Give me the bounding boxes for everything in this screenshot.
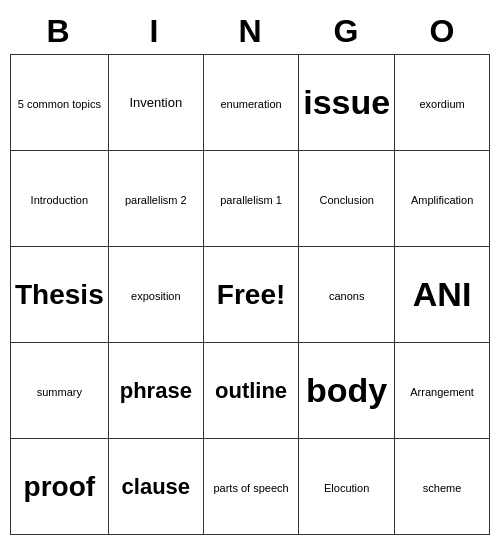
cell-content: issue: [303, 83, 390, 121]
cell-1-2: parallelism 1: [203, 151, 298, 247]
cell-content: parallelism 1: [220, 194, 282, 206]
cell-content: Invention: [129, 95, 182, 110]
cell-content: proof: [24, 471, 96, 502]
bingo-card-container: B I N G O 5 common topicsInventionenumer…: [10, 9, 490, 535]
cell-0-0: 5 common topics: [11, 55, 109, 151]
cell-content: ANI: [413, 275, 472, 313]
cell-2-1: exposition: [108, 247, 203, 343]
cell-content: Amplification: [411, 194, 473, 206]
cell-0-4: exordium: [395, 55, 490, 151]
table-row: Introductionparallelism 2parallelism 1Co…: [11, 151, 490, 247]
cell-content: Free!: [217, 279, 285, 310]
header-i: I: [106, 9, 202, 54]
cell-content: exordium: [419, 98, 464, 110]
header-o: O: [394, 9, 490, 54]
cell-3-1: phrase: [108, 343, 203, 439]
cell-4-3: Elocution: [299, 439, 395, 535]
cell-4-2: parts of speech: [203, 439, 298, 535]
cell-3-3: body: [299, 343, 395, 439]
table-row: ThesisexpositionFree!canonsANI: [11, 247, 490, 343]
cell-content: Thesis: [15, 279, 104, 310]
cell-content: scheme: [423, 482, 462, 494]
cell-3-4: Arrangement: [395, 343, 490, 439]
cell-content: 5 common topics: [18, 98, 101, 110]
cell-content: Introduction: [31, 194, 88, 206]
cell-content: outline: [215, 378, 287, 403]
cell-content: Conclusion: [319, 194, 373, 206]
cell-4-0: proof: [11, 439, 109, 535]
header-n: N: [202, 9, 298, 54]
cell-2-3: canons: [299, 247, 395, 343]
table-row: proofclauseparts of speechElocutionschem…: [11, 439, 490, 535]
cell-content: body: [306, 371, 387, 409]
table-row: summaryphraseoutlinebodyArrangement: [11, 343, 490, 439]
cell-0-2: enumeration: [203, 55, 298, 151]
cell-3-0: summary: [11, 343, 109, 439]
cell-4-1: clause: [108, 439, 203, 535]
table-row: 5 common topicsInventionenumerationissue…: [11, 55, 490, 151]
cell-content: Arrangement: [410, 386, 474, 398]
cell-3-2: outline: [203, 343, 298, 439]
cell-content: exposition: [131, 290, 181, 302]
cell-content: canons: [329, 290, 364, 302]
cell-2-2: Free!: [203, 247, 298, 343]
cell-1-1: parallelism 2: [108, 151, 203, 247]
cell-1-3: Conclusion: [299, 151, 395, 247]
cell-content: Elocution: [324, 482, 369, 494]
cell-1-0: Introduction: [11, 151, 109, 247]
bingo-grid: 5 common topicsInventionenumerationissue…: [10, 54, 490, 535]
cell-4-4: scheme: [395, 439, 490, 535]
cell-content: summary: [37, 386, 82, 398]
cell-2-0: Thesis: [11, 247, 109, 343]
bingo-header: B I N G O: [10, 9, 490, 54]
cell-0-1: Invention: [108, 55, 203, 151]
cell-2-4: ANI: [395, 247, 490, 343]
cell-content: clause: [122, 474, 191, 499]
cell-1-4: Amplification: [395, 151, 490, 247]
cell-0-3: issue: [299, 55, 395, 151]
cell-content: parts of speech: [213, 482, 288, 494]
cell-content: enumeration: [220, 98, 281, 110]
header-b: B: [10, 9, 106, 54]
cell-content: parallelism 2: [125, 194, 187, 206]
cell-content: phrase: [120, 378, 192, 403]
header-g: G: [298, 9, 394, 54]
